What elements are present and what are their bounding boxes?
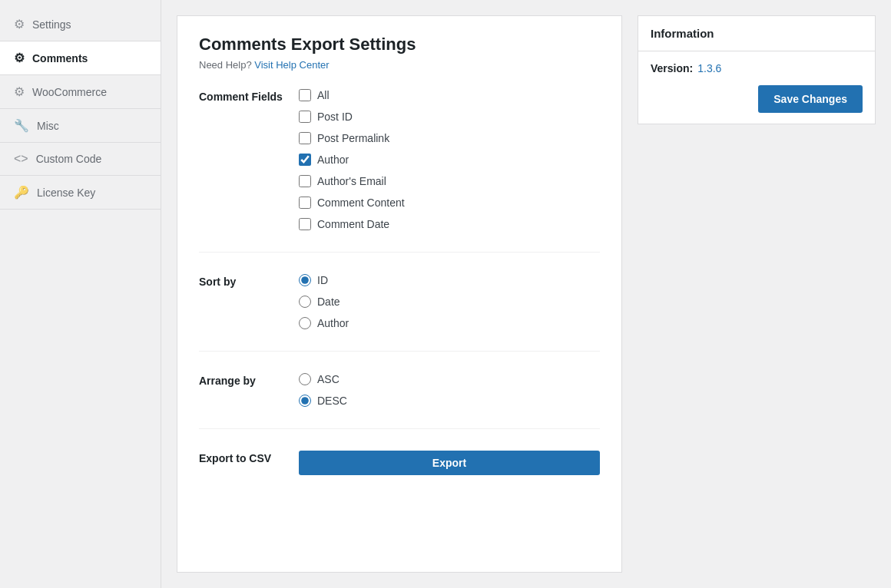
radio-sort-author-input[interactable] xyxy=(299,317,311,329)
checkbox-post-permalink[interactable]: Post Permalink xyxy=(299,132,600,144)
info-box: Information Version: 1.3.6 Save Changes xyxy=(638,15,876,124)
checkbox-authors-email-input[interactable] xyxy=(299,175,311,187)
code-icon: <> xyxy=(14,152,28,166)
checkbox-all[interactable]: All xyxy=(299,89,600,101)
checkbox-post-id-label[interactable]: Post ID xyxy=(317,111,353,123)
sidebar-item-license-key[interactable]: 🔑 License Key xyxy=(0,176,161,210)
radio-sort-date-label[interactable]: Date xyxy=(317,296,340,308)
radio-asc-label[interactable]: ASC xyxy=(317,373,340,385)
arrange-by-label: Arrange by xyxy=(199,373,299,387)
arrange-by-controls: ASC DESC xyxy=(299,373,600,407)
checkbox-authors-email[interactable]: Author's Email xyxy=(299,175,600,187)
radio-asc-input[interactable] xyxy=(299,373,311,385)
sidebar-item-custom-code[interactable]: <> Custom Code xyxy=(0,143,161,176)
checkbox-comment-content[interactable]: Comment Content xyxy=(299,197,600,209)
export-csv-controls: Export xyxy=(299,451,600,475)
checkbox-comment-content-label[interactable]: Comment Content xyxy=(317,197,405,209)
sidebar-item-label: License Key xyxy=(37,187,95,199)
info-box-body: Version: 1.3.6 Save Changes xyxy=(638,51,875,124)
checkbox-author[interactable]: Author xyxy=(299,154,600,166)
radio-sort-author-label[interactable]: Author xyxy=(317,317,349,329)
radio-sort-id[interactable]: ID xyxy=(299,274,600,286)
gear-icon: ⚙ xyxy=(14,17,25,31)
sort-by-row: Sort by ID Date Author xyxy=(199,274,600,352)
checkbox-comment-date-label[interactable]: Comment Date xyxy=(317,218,389,230)
checkbox-comment-content-input[interactable] xyxy=(299,197,311,209)
info-box-title: Information xyxy=(638,16,875,51)
checkbox-all-label[interactable]: All xyxy=(317,89,330,101)
radio-desc-label[interactable]: DESC xyxy=(317,395,347,407)
checkbox-comment-date[interactable]: Comment Date xyxy=(299,218,600,230)
sidebar-item-comments[interactable]: ⚙ Comments xyxy=(0,41,161,75)
checkbox-post-permalink-label[interactable]: Post Permalink xyxy=(317,132,389,144)
sidebar-item-label: Comments xyxy=(32,52,88,64)
comment-fields-controls: All Post ID Post Permalink Author Author… xyxy=(299,89,600,230)
radio-desc-input[interactable] xyxy=(299,395,311,407)
sidebar-item-woocommerce[interactable]: ⚙ WooCommerce xyxy=(0,75,161,109)
sidebar-item-misc[interactable]: 🔧 Misc xyxy=(0,109,161,143)
radio-sort-id-label[interactable]: ID xyxy=(317,274,328,286)
checkbox-all-input[interactable] xyxy=(299,89,311,101)
checkbox-authors-email-label[interactable]: Author's Email xyxy=(317,175,386,187)
sidebar-item-label: Settings xyxy=(32,18,71,31)
wrench-icon: 🔧 xyxy=(14,118,29,133)
version-label: Version: xyxy=(651,62,693,74)
sort-by-controls: ID Date Author xyxy=(299,274,600,329)
help-center-link[interactable]: Visit Help Center xyxy=(254,59,329,71)
checkbox-author-input[interactable] xyxy=(299,154,311,166)
comment-fields-label: Comment Fields xyxy=(199,89,299,103)
checkbox-author-label[interactable]: Author xyxy=(317,154,349,166)
version-row: Version: 1.3.6 xyxy=(651,62,863,74)
sidebar-item-settings[interactable]: ⚙ Settings xyxy=(0,8,161,41)
checkbox-post-id-input[interactable] xyxy=(299,111,311,123)
help-text: Need Help? Visit Help Center xyxy=(199,59,600,71)
export-button[interactable]: Export xyxy=(299,451,600,475)
gear-icon: ⚙ xyxy=(14,51,25,65)
version-value: 1.3.6 xyxy=(697,62,721,74)
sidebar-item-label: Custom Code xyxy=(36,153,102,165)
comment-fields-row: Comment Fields All Post ID Post Permalin… xyxy=(199,89,600,253)
checkbox-post-permalink-input[interactable] xyxy=(299,132,311,144)
save-changes-button[interactable]: Save Changes xyxy=(758,85,863,113)
sidebar-item-label: WooCommerce xyxy=(32,86,107,98)
radio-asc[interactable]: ASC xyxy=(299,373,600,385)
settings-panel: Comments Export Settings Need Help? Visi… xyxy=(177,15,622,573)
main-area: Comments Export Settings Need Help? Visi… xyxy=(161,0,891,588)
sidebar: ⚙ Settings ⚙ Comments ⚙ WooCommerce 🔧 Mi… xyxy=(0,0,161,588)
gear-icon: ⚙ xyxy=(14,84,25,99)
arrange-by-row: Arrange by ASC DESC xyxy=(199,373,600,429)
export-csv-label: Export to CSV xyxy=(199,451,299,464)
checkbox-post-id[interactable]: Post ID xyxy=(299,111,600,123)
radio-sort-date-input[interactable] xyxy=(299,296,311,308)
sidebar-item-label: Misc xyxy=(37,120,59,132)
info-panel: Information Version: 1.3.6 Save Changes xyxy=(638,15,876,573)
checkbox-comment-date-input[interactable] xyxy=(299,218,311,230)
radio-desc[interactable]: DESC xyxy=(299,395,600,407)
key-icon: 🔑 xyxy=(14,185,29,200)
radio-sort-date[interactable]: Date xyxy=(299,296,600,308)
sort-by-label: Sort by xyxy=(199,274,299,288)
radio-sort-author[interactable]: Author xyxy=(299,317,600,329)
page-title: Comments Export Settings xyxy=(199,35,600,55)
radio-sort-id-input[interactable] xyxy=(299,274,311,286)
export-csv-row: Export to CSV Export xyxy=(199,451,600,497)
